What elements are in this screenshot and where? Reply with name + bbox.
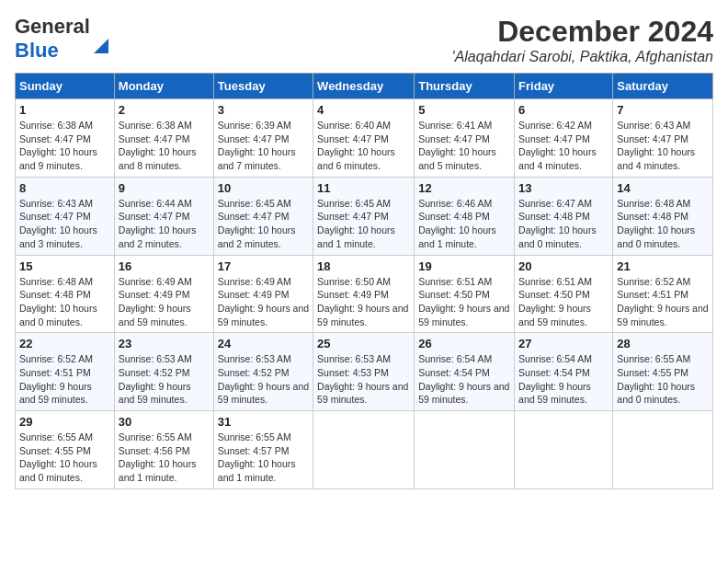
calendar-cell: 11 Sunrise: 6:45 AM Sunset: 4:47 PM Dayl… [313, 177, 415, 255]
calendar-cell: 12 Sunrise: 6:46 AM Sunset: 4:48 PM Dayl… [415, 177, 515, 255]
title-area: December 2024 'Alaqahdari Sarobi, Paktik… [452, 15, 713, 65]
day-number: 11 [317, 181, 410, 195]
month-title: December 2024 [452, 15, 713, 49]
weekday-header-saturday: Saturday [613, 74, 713, 99]
day-number: 12 [418, 181, 510, 195]
day-number: 3 [218, 103, 309, 117]
day-info: Sunrise: 6:48 AM Sunset: 4:48 PM Dayligh… [19, 276, 97, 327]
calendar-cell: 17 Sunrise: 6:49 AM Sunset: 4:49 PM Dayl… [213, 255, 313, 333]
calendar-cell: 26 Sunrise: 6:54 AM Sunset: 4:54 PM Dayl… [415, 333, 515, 411]
day-info: Sunrise: 6:43 AM Sunset: 4:47 PM Dayligh… [19, 198, 97, 249]
day-number: 28 [617, 337, 709, 350]
calendar-cell: 2 Sunrise: 6:38 AM Sunset: 4:47 PM Dayli… [114, 99, 213, 178]
calendar-cell: 25 Sunrise: 6:53 AM Sunset: 4:53 PM Dayl… [313, 333, 415, 411]
calendar-cell: 7 Sunrise: 6:43 AM Sunset: 4:47 PM Dayli… [613, 99, 713, 178]
day-number: 18 [317, 259, 410, 273]
calendar-cell: 19 Sunrise: 6:51 AM Sunset: 4:50 PM Dayl… [415, 255, 515, 333]
day-info: Sunrise: 6:43 AM Sunset: 4:47 PM Dayligh… [617, 120, 695, 171]
logo: General Blue [15, 15, 110, 63]
calendar-week-row: 15 Sunrise: 6:48 AM Sunset: 4:48 PM Dayl… [16, 255, 713, 333]
calendar-cell: 31 Sunrise: 6:55 AM Sunset: 4:57 PM Dayl… [213, 411, 313, 489]
calendar-cell: 29 Sunrise: 6:55 AM Sunset: 4:55 PM Dayl… [16, 411, 115, 489]
day-number: 31 [218, 415, 309, 429]
day-info: Sunrise: 6:51 AM Sunset: 4:50 PM Dayligh… [418, 276, 509, 327]
calendar-cell: 28 Sunrise: 6:55 AM Sunset: 4:55 PM Dayl… [613, 333, 713, 411]
calendar-cell: 5 Sunrise: 6:41 AM Sunset: 4:47 PM Dayli… [415, 99, 515, 178]
logo-arrow-icon [92, 37, 110, 55]
calendar-cell: 22 Sunrise: 6:52 AM Sunset: 4:51 PM Dayl… [16, 333, 115, 411]
calendar-week-row: 1 Sunrise: 6:38 AM Sunset: 4:47 PM Dayli… [16, 99, 713, 178]
calendar-cell: 30 Sunrise: 6:55 AM Sunset: 4:56 PM Dayl… [114, 411, 213, 489]
day-number: 21 [617, 259, 709, 273]
calendar: SundayMondayTuesdayWednesdayThursdayFrid… [15, 73, 713, 489]
day-info: Sunrise: 6:53 AM Sunset: 4:52 PM Dayligh… [119, 353, 192, 405]
location-title: 'Alaqahdari Sarobi, Paktika, Afghanistan [452, 49, 713, 65]
day-info: Sunrise: 6:54 AM Sunset: 4:54 PM Dayligh… [518, 353, 592, 405]
calendar-cell: 3 Sunrise: 6:39 AM Sunset: 4:47 PM Dayli… [213, 99, 313, 178]
day-info: Sunrise: 6:44 AM Sunset: 4:47 PM Dayligh… [119, 198, 197, 249]
calendar-cell: 10 Sunrise: 6:45 AM Sunset: 4:47 PM Dayl… [213, 177, 313, 255]
day-info: Sunrise: 6:51 AM Sunset: 4:50 PM Dayligh… [518, 276, 592, 327]
day-number: 24 [218, 337, 309, 350]
day-info: Sunrise: 6:55 AM Sunset: 4:55 PM Dayligh… [19, 431, 97, 483]
day-number: 19 [418, 259, 510, 273]
calendar-cell: 27 Sunrise: 6:54 AM Sunset: 4:54 PM Dayl… [515, 333, 613, 411]
calendar-cell: 9 Sunrise: 6:44 AM Sunset: 4:47 PM Dayli… [114, 177, 213, 255]
day-info: Sunrise: 6:38 AM Sunset: 4:47 PM Dayligh… [19, 120, 97, 171]
day-number: 14 [617, 181, 709, 195]
calendar-week-row: 8 Sunrise: 6:43 AM Sunset: 4:47 PM Dayli… [16, 177, 713, 255]
day-info: Sunrise: 6:47 AM Sunset: 4:48 PM Dayligh… [518, 198, 597, 249]
day-number: 13 [518, 181, 609, 195]
day-info: Sunrise: 6:55 AM Sunset: 4:57 PM Dayligh… [218, 431, 296, 483]
calendar-cell: 15 Sunrise: 6:48 AM Sunset: 4:48 PM Dayl… [16, 255, 115, 333]
calendar-cell: 13 Sunrise: 6:47 AM Sunset: 4:48 PM Dayl… [515, 177, 613, 255]
day-number: 15 [19, 259, 110, 273]
day-number: 6 [518, 103, 609, 117]
day-number: 20 [518, 259, 609, 273]
day-info: Sunrise: 6:52 AM Sunset: 4:51 PM Dayligh… [617, 276, 708, 327]
day-info: Sunrise: 6:54 AM Sunset: 4:54 PM Dayligh… [418, 353, 509, 405]
day-info: Sunrise: 6:38 AM Sunset: 4:47 PM Dayligh… [119, 120, 197, 171]
day-number: 4 [317, 103, 410, 117]
calendar-cell: 16 Sunrise: 6:49 AM Sunset: 4:49 PM Dayl… [114, 255, 213, 333]
day-info: Sunrise: 6:55 AM Sunset: 4:56 PM Dayligh… [119, 431, 197, 483]
weekday-header-row: SundayMondayTuesdayWednesdayThursdayFrid… [16, 74, 713, 99]
day-info: Sunrise: 6:53 AM Sunset: 4:53 PM Dayligh… [317, 353, 408, 405]
weekday-header-monday: Monday [114, 74, 213, 99]
calendar-cell: 23 Sunrise: 6:53 AM Sunset: 4:52 PM Dayl… [114, 333, 213, 411]
calendar-cell [515, 411, 613, 489]
svg-marker-0 [94, 39, 108, 53]
day-number: 10 [218, 181, 309, 195]
weekday-header-thursday: Thursday [415, 74, 515, 99]
calendar-cell: 4 Sunrise: 6:40 AM Sunset: 4:47 PM Dayli… [313, 99, 415, 178]
logo-general: General [15, 15, 90, 38]
day-number: 25 [317, 337, 410, 350]
day-number: 27 [518, 337, 609, 350]
day-number: 22 [19, 337, 110, 350]
day-number: 9 [119, 181, 210, 195]
calendar-cell: 6 Sunrise: 6:42 AM Sunset: 4:47 PM Dayli… [515, 99, 613, 178]
calendar-week-row: 22 Sunrise: 6:52 AM Sunset: 4:51 PM Dayl… [16, 333, 713, 411]
logo-blue: Blue [15, 39, 59, 62]
weekday-header-tuesday: Tuesday [213, 74, 313, 99]
day-info: Sunrise: 6:48 AM Sunset: 4:48 PM Dayligh… [617, 198, 695, 249]
day-info: Sunrise: 6:42 AM Sunset: 4:47 PM Dayligh… [518, 120, 597, 171]
day-number: 17 [218, 259, 309, 273]
calendar-cell: 8 Sunrise: 6:43 AM Sunset: 4:47 PM Dayli… [16, 177, 115, 255]
calendar-cell [613, 411, 713, 489]
day-info: Sunrise: 6:41 AM Sunset: 4:47 PM Dayligh… [418, 120, 496, 171]
day-number: 29 [19, 415, 110, 429]
day-number: 1 [19, 103, 110, 117]
calendar-cell: 14 Sunrise: 6:48 AM Sunset: 4:48 PM Dayl… [613, 177, 713, 255]
calendar-body: 1 Sunrise: 6:38 AM Sunset: 4:47 PM Dayli… [16, 99, 713, 489]
day-info: Sunrise: 6:49 AM Sunset: 4:49 PM Dayligh… [218, 276, 309, 327]
calendar-cell [415, 411, 515, 489]
day-number: 26 [418, 337, 510, 350]
calendar-cell: 21 Sunrise: 6:52 AM Sunset: 4:51 PM Dayl… [613, 255, 713, 333]
day-info: Sunrise: 6:50 AM Sunset: 4:49 PM Dayligh… [317, 276, 408, 327]
day-info: Sunrise: 6:55 AM Sunset: 4:55 PM Dayligh… [617, 353, 695, 405]
day-number: 5 [418, 103, 510, 117]
day-number: 2 [119, 103, 210, 117]
calendar-week-row: 29 Sunrise: 6:55 AM Sunset: 4:55 PM Dayl… [16, 411, 713, 489]
day-info: Sunrise: 6:53 AM Sunset: 4:52 PM Dayligh… [218, 353, 309, 405]
